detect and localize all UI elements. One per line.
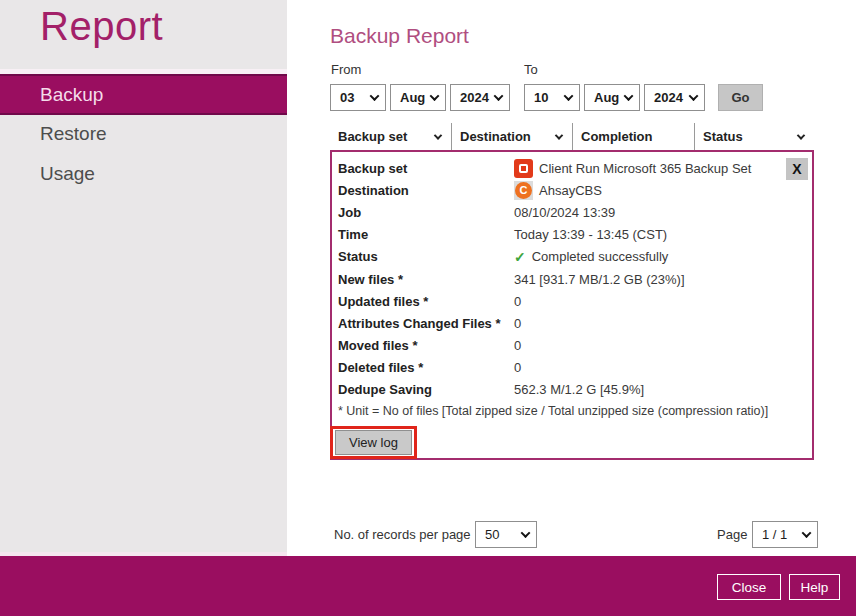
row-value: 562.3 M/1.2 G [45.9%] <box>514 382 644 397</box>
sidebar-item-backup[interactable]: Backup <box>0 74 287 115</box>
table-row: Time Today 13:39 - 13:45 (CST) <box>338 224 808 246</box>
sidebar-item-label: Usage <box>40 163 95 185</box>
sidebar: Report Backup Restore Usage <box>0 0 287 556</box>
chevron-down-icon <box>494 91 504 101</box>
main-heading: Backup Report <box>330 24 469 48</box>
row-label: Attributes Changed Files * <box>338 316 514 331</box>
to-label: To <box>524 62 538 77</box>
row-value: 0 <box>514 316 521 331</box>
table-row: New files * 341 [931.7 MB/1.2 GB (23%)] <box>338 268 808 290</box>
filter-label: Status <box>703 129 743 144</box>
chevron-down-icon <box>434 131 442 139</box>
table-row: Attributes Changed Files * 0 <box>338 312 808 334</box>
row-label: Updated files * <box>338 294 514 309</box>
to-month-select[interactable]: Aug <box>584 84 640 111</box>
table-row: Dedupe Saving 562.3 M/1.2 G [45.9%] <box>338 379 808 401</box>
view-log-highlight: View log <box>330 426 417 459</box>
backup-report-window: Report Backup Restore Usage Backup Repor… <box>0 0 856 616</box>
filter-bar: Backup set Destination Completion Status <box>330 123 814 150</box>
ahsaycbs-icon: C <box>514 181 533 200</box>
chevron-down-icon <box>370 91 380 101</box>
filter-label: Backup set <box>338 129 407 144</box>
unit-footnote: * Unit = No of files [Total zipped size … <box>338 404 768 418</box>
records-per-page-label: No. of records per page <box>334 527 471 542</box>
view-log-button[interactable]: View log <box>335 430 412 455</box>
filter-completion[interactable]: Completion <box>573 123 695 150</box>
page-value: 1 / 1 <box>762 527 787 542</box>
chevron-down-icon <box>802 528 812 538</box>
row-label: Destination <box>338 183 514 198</box>
chevron-down-icon <box>555 131 563 139</box>
chevron-down-icon <box>797 131 805 139</box>
filter-status[interactable]: Status <box>695 123 814 150</box>
sidebar-item-label: Restore <box>40 123 107 145</box>
to-year-select[interactable]: 2024 <box>644 84 705 111</box>
table-row: Deleted files * 0 <box>338 357 808 379</box>
page-select[interactable]: 1 / 1 <box>752 521 818 548</box>
go-button[interactable]: Go <box>718 84 763 111</box>
row-value: 341 [931.7 MB/1.2 GB (23%)] <box>514 272 685 287</box>
sidebar-item-label: Backup <box>40 84 103 106</box>
chevron-down-icon <box>689 91 699 101</box>
row-label: Status <box>338 249 514 264</box>
backup-detail-panel: X Backup set Client Run Microsoft 365 Ba… <box>330 150 814 460</box>
to-day-select[interactable]: 10 <box>524 84 580 111</box>
records-per-page-value: 50 <box>485 527 499 542</box>
table-row: Job 08/10/2024 13:39 <box>338 201 808 223</box>
close-button[interactable]: Close <box>717 574 781 600</box>
row-value: AhsayCBS <box>539 183 602 198</box>
chevron-down-icon <box>564 91 574 101</box>
from-month-value: Aug <box>400 90 425 105</box>
row-value: 0 <box>514 294 521 309</box>
row-value: Today 13:39 - 13:45 (CST) <box>514 227 667 242</box>
from-month-select[interactable]: Aug <box>390 84 446 111</box>
row-value: 0 <box>514 360 521 375</box>
from-label: From <box>331 62 361 77</box>
row-label: Moved files * <box>338 338 514 353</box>
table-row: Status ✓ Completed successfully <box>338 246 808 268</box>
row-value: Client Run Microsoft 365 Backup Set <box>539 161 751 176</box>
table-row: Moved files * 0 <box>338 335 808 357</box>
table-row: Backup set Client Run Microsoft 365 Back… <box>338 157 808 179</box>
row-label: Time <box>338 227 514 242</box>
page-label: Page <box>717 527 747 542</box>
sidebar-item-restore[interactable]: Restore <box>0 118 287 150</box>
footer-bar: Close Help <box>0 556 856 616</box>
row-label: Backup set <box>338 161 514 176</box>
check-icon: ✓ <box>514 249 526 265</box>
from-year-value: 2024 <box>460 90 489 105</box>
from-year-select[interactable]: 2024 <box>450 84 510 111</box>
chevron-down-icon <box>521 528 531 538</box>
help-button[interactable]: Help <box>789 574 840 600</box>
chevron-down-icon <box>624 91 634 101</box>
row-label: New files * <box>338 272 514 287</box>
to-year-value: 2024 <box>654 90 683 105</box>
from-day-value: 03 <box>340 90 354 105</box>
filter-label: Destination <box>460 129 531 144</box>
row-label: Job <box>338 205 514 220</box>
from-day-select[interactable]: 03 <box>330 84 386 111</box>
table-row: Destination C AhsayCBS <box>338 179 808 201</box>
filter-destination[interactable]: Destination <box>452 123 573 150</box>
row-value: Completed successfully <box>532 249 669 264</box>
to-day-value: 10 <box>534 90 548 105</box>
filter-label: Completion <box>581 129 653 144</box>
detail-rows: Backup set Client Run Microsoft 365 Back… <box>338 157 808 401</box>
filter-backup-set[interactable]: Backup set <box>330 123 452 150</box>
records-per-page-select[interactable]: 50 <box>475 521 537 548</box>
table-row: Updated files * 0 <box>338 290 808 312</box>
row-value: 0 <box>514 338 521 353</box>
microsoft-365-icon <box>514 159 533 178</box>
page-title: Report <box>40 4 163 49</box>
row-label: Deleted files * <box>338 360 514 375</box>
row-label: Dedupe Saving <box>338 382 514 397</box>
sidebar-item-usage[interactable]: Usage <box>0 158 287 190</box>
chevron-down-icon <box>430 91 440 101</box>
row-value: 08/10/2024 13:39 <box>514 205 615 220</box>
to-month-value: Aug <box>594 90 619 105</box>
